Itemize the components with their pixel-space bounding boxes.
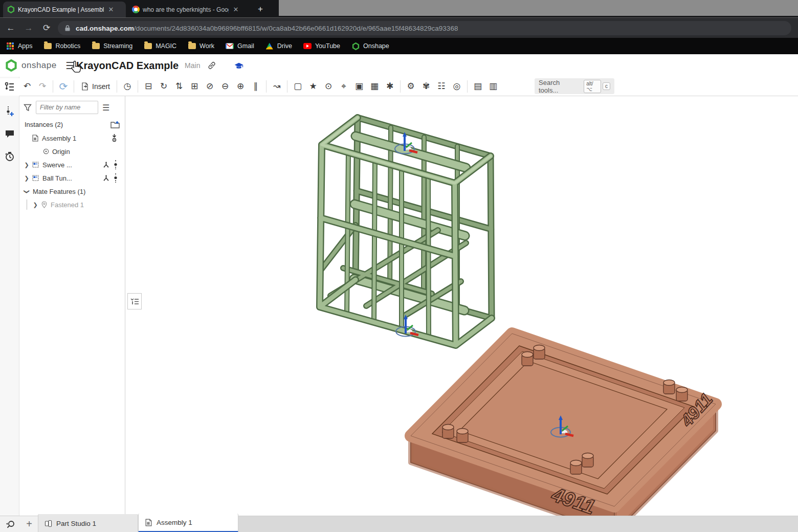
bookmark-drive[interactable]: Drive: [265, 42, 292, 50]
filter-input[interactable]: [36, 101, 98, 114]
bookmark-magic[interactable]: MAGIC: [144, 42, 176, 50]
create-folder-icon[interactable]: [110, 121, 120, 128]
tab-label: Part Studio 1: [56, 520, 96, 527]
forward-button[interactable]: →: [21, 21, 36, 35]
tree-item-ball-tunnel[interactable]: ❯ Ball Tun...: [19, 171, 125, 185]
bookmark-apps[interactable]: Apps: [6, 42, 33, 50]
share-link-icon[interactable]: [207, 61, 216, 70]
ball-mate-icon[interactable]: ⊕: [233, 79, 248, 94]
swerve-base-part[interactable]: 4911 4911: [411, 334, 716, 516]
bookmark-gmail[interactable]: Gmail: [226, 42, 254, 50]
workspace-name[interactable]: Main: [185, 61, 200, 70]
document-menu-icon[interactable]: ☰: [65, 60, 74, 72]
cylindrical-mate-icon[interactable]: ⊘: [202, 79, 217, 94]
reload-button[interactable]: ⟳: [39, 21, 54, 35]
document-title: KrayonCAD Example: [76, 60, 179, 72]
bom-table-icon[interactable]: ▥: [485, 79, 501, 94]
pin-slot-mate-icon[interactable]: ⊖: [217, 79, 233, 94]
model-tree-panel-icon[interactable]: [0, 78, 19, 96]
bookmark-robotics[interactable]: Robotics: [44, 42, 81, 50]
google-favicon: [132, 6, 140, 13]
collapse-chevron-icon[interactable]: ❯: [24, 188, 30, 194]
url-domain: cad.onshape.com: [76, 25, 134, 32]
tree-item-assembly[interactable]: Assembly 1: [19, 131, 125, 145]
sprocket-relation-icon[interactable]: ✾: [418, 79, 434, 94]
features-panel-toggle[interactable]: [127, 293, 142, 309]
origin-icon: [43, 148, 49, 154]
versions-history-panel-icon[interactable]: [0, 148, 19, 165]
bookmark-youtube[interactable]: YouTube: [303, 42, 340, 50]
onshape-logo-icon: [5, 59, 17, 72]
mate-connector-panel-icon[interactable]: [0, 103, 19, 120]
tab-part-studio-1[interactable]: Part Studio 1: [38, 514, 138, 532]
rack-pinion-relation-icon[interactable]: ☷: [434, 79, 449, 94]
youtube-icon: [303, 43, 312, 49]
tab-close-icon[interactable]: ✕: [107, 6, 115, 13]
tangent-mate-icon[interactable]: ↝: [269, 79, 284, 94]
slider-mate-icon[interactable]: ⇅: [171, 79, 187, 94]
fastened-mate-icon[interactable]: ⊟: [141, 79, 156, 94]
expand-chevron-icon[interactable]: ❯: [24, 175, 30, 182]
redo-button[interactable]: ↷: [35, 79, 50, 94]
new-tab-button[interactable]: +: [254, 3, 267, 15]
tab-label: Assembly 1: [157, 519, 192, 526]
search-tools-field[interactable]: Search tools... alt/⌥ c: [535, 78, 614, 94]
dof-indicator-icon[interactable]: [114, 160, 118, 169]
bookmark-onshape[interactable]: Onshape: [351, 42, 389, 50]
tab-close-icon[interactable]: ✕: [232, 6, 240, 13]
comments-panel-icon[interactable]: [0, 125, 19, 143]
gear-relation-icon[interactable]: ⚙: [403, 79, 418, 94]
tab-assembly-1[interactable]: Assembly 1: [138, 514, 238, 532]
part-instance-icon: [32, 161, 39, 168]
tree-item-label: Fastened 1: [51, 201, 84, 209]
replace-instance-icon[interactable]: ⊙: [321, 79, 336, 94]
duplicate-instance-icon[interactable]: ▣: [351, 79, 367, 94]
planar-mate-icon[interactable]: ⊞: [187, 79, 202, 94]
bookmark-work[interactable]: Work: [188, 42, 214, 50]
browser-tab-onshape[interactable]: KrayonCAD Example | Assembly ✕: [3, 2, 126, 17]
select-group-icon[interactable]: ▢: [290, 79, 305, 94]
ball-tunnel-part[interactable]: [320, 118, 492, 345]
search-tabs-icon[interactable]: [0, 516, 20, 532]
display-states-icon[interactable]: ▤: [470, 79, 485, 94]
named-positions-icon[interactable]: ◷: [120, 79, 135, 94]
dof-indicator-icon[interactable]: [114, 173, 118, 183]
address-bar[interactable]: cad.onshape.com/documents/24d836034a0b96…: [58, 21, 791, 35]
document-tabs-bar: + Part Studio 1 Assembly 1: [0, 516, 798, 532]
expand-chevron-icon[interactable]: ❯: [24, 162, 30, 168]
belt-relation-icon[interactable]: ◎: [449, 79, 464, 94]
tree-item-swerve[interactable]: ❯ Swerve ...: [19, 158, 125, 171]
tree-item-label: Assembly 1: [42, 135, 76, 142]
viewport-3d[interactable]: 4911 4911: [126, 96, 798, 516]
parallel-mate-icon[interactable]: ∥: [248, 79, 263, 94]
mate-connector-icon[interactable]: [102, 161, 110, 169]
exploded-view-icon[interactable]: ✱: [382, 79, 397, 94]
revolute-mate-icon[interactable]: ↻: [156, 79, 171, 94]
list-view-icon[interactable]: ☰: [102, 103, 109, 113]
fixed-instance-icon[interactable]: [111, 134, 118, 142]
browser-tab-google-search[interactable]: who are the cyberknights - Goog ✕: [128, 2, 247, 17]
filter-icon[interactable]: [24, 104, 32, 112]
expand-chevron-icon[interactable]: ❯: [32, 202, 38, 208]
onshape-logo[interactable]: onshape: [5, 59, 65, 72]
snap-mode-icon[interactable]: ⌖: [336, 79, 351, 94]
insert-icon: [81, 82, 89, 91]
insert-standard-content-icon[interactable]: ★: [305, 79, 321, 94]
back-button[interactable]: ←: [4, 21, 18, 35]
linear-pattern-icon[interactable]: ▦: [367, 79, 382, 94]
learning-center-icon[interactable]: [234, 61, 244, 70]
undo-button[interactable]: ↶: [19, 79, 35, 94]
mate-connector-icon[interactable]: [102, 174, 110, 182]
part-studio-icon: [45, 520, 52, 527]
shortcut-key-c: c: [603, 82, 610, 90]
browser-navbar: ← → ⟳ cad.onshape.com/documents/24d83603…: [0, 17, 798, 38]
tree-item-origin[interactable]: Origin: [19, 145, 125, 158]
tree-item-fastened[interactable]: ❯ Fastened 1: [19, 198, 125, 211]
tree-section-mate-features[interactable]: ❯ Mate Features (1): [19, 185, 125, 198]
update-sync-icon[interactable]: ⟳: [56, 79, 71, 94]
tabs-bar-filler: [238, 516, 798, 532]
onshape-header: onshape ☰ KrayonCAD Example Main: [0, 54, 798, 77]
bookmark-streaming[interactable]: Streaming: [92, 42, 132, 50]
add-tab-button[interactable]: +: [20, 516, 38, 532]
insert-button[interactable]: Insert: [77, 79, 114, 94]
